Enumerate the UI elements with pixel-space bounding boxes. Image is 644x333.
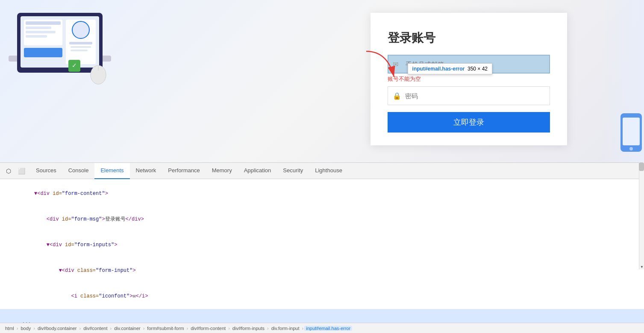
page-area: ✓ 登录账号 input#email.has-error 350 × 42	[0, 0, 644, 162]
breadcrumb-body-container[interactable]: div#body.container	[36, 326, 79, 331]
svg-point-10	[72, 21, 89, 38]
tab-performance[interactable]: Performance	[162, 163, 206, 179]
tab-security[interactable]: Security	[277, 163, 309, 179]
element-tooltip: input#email.has-error 350 × 42	[408, 63, 492, 74]
devtools-tabbar: ⬡ ⬜ Sources Console Elements Network Per…	[0, 163, 644, 179]
tab-network[interactable]: Network	[130, 163, 162, 179]
tab-console[interactable]: Console	[62, 163, 95, 179]
svg-rect-5	[26, 27, 51, 29]
html-line[interactable]: <i class="iconfont">✉</i>	[0, 283, 644, 309]
laptop-svg: ✓	[0, 0, 128, 94]
cursor-icon[interactable]: ⬡	[3, 166, 14, 176]
scrollbar-thumb[interactable]	[639, 162, 644, 171]
breadcrumb-bar: html › body › div#body.container › div#c…	[0, 323, 644, 333]
breadcrumb-form-input[interactable]: div.form-input	[270, 326, 301, 331]
breadcrumb-html[interactable]: html	[3, 326, 16, 331]
tooltip-selector: input#email.has-error	[412, 66, 465, 72]
illustration: ✓	[0, 0, 282, 162]
svg-rect-7	[26, 35, 47, 38]
html-line[interactable]: ▼<div class="form-input">	[0, 258, 644, 283]
breadcrumb-body[interactable]: body	[19, 326, 32, 331]
login-button[interactable]: 立即登录	[388, 112, 550, 133]
tooltip-size: 350 × 42	[468, 66, 488, 72]
breadcrumb-submit-form[interactable]: form#submit-form	[145, 326, 185, 331]
svg-rect-4	[26, 21, 61, 25]
password-input[interactable]	[388, 86, 550, 105]
tab-lighthouse[interactable]: Lighthouse	[309, 163, 348, 179]
html-line[interactable]: ▼<div id="form-content">	[0, 181, 644, 206]
svg-rect-11	[69, 42, 92, 44]
breadcrumb-form-content[interactable]: div#form-content	[189, 326, 227, 331]
svg-rect-6	[26, 31, 56, 33]
svg-text:✓: ✓	[72, 62, 77, 69]
devtools-content: ▼<div id="form-content"> <div id="form-m…	[0, 179, 644, 323]
scrollbar[interactable]: ▲ ▼	[639, 162, 644, 269]
breadcrumb-email-input[interactable]: input#email.has-error	[304, 326, 352, 331]
red-arrow	[353, 47, 405, 90]
tab-sources[interactable]: Sources	[30, 163, 62, 179]
devtools-panel: ⬡ ⬜ Sources Console Elements Network Per…	[0, 162, 644, 333]
password-input-row: 🔒	[388, 86, 550, 105]
login-title: 登录账号	[388, 30, 550, 46]
login-card: 登录账号 input#email.has-error 350 × 42 ✉ 账号…	[371, 13, 567, 145]
scroll-down-arrow[interactable]: ▼	[639, 264, 644, 269]
selected-html-line[interactable]: ... <input placeholder="手机号或邮箱" type="te…	[0, 309, 644, 323]
svg-rect-19	[623, 118, 640, 145]
tab-memory[interactable]: Memory	[206, 163, 238, 179]
svg-rect-13	[71, 50, 88, 51]
devtools-icons: ⬡ ⬜	[3, 166, 26, 176]
svg-rect-12	[71, 46, 91, 48]
html-line[interactable]: ▼<div id="form-inputs">	[0, 232, 644, 258]
error-message: 账号不能为空	[388, 75, 550, 83]
breadcrumb-content[interactable]: div#content	[82, 326, 109, 331]
tab-elements[interactable]: Elements	[94, 163, 129, 179]
breadcrumb-form-inputs[interactable]: div#form-inputs	[231, 326, 266, 331]
html-line[interactable]: <div id="form-msg">登录账号</div>	[0, 206, 644, 232]
lock-icon: 🔒	[393, 92, 401, 100]
svg-rect-8	[24, 48, 62, 57]
tab-application[interactable]: Application	[238, 163, 277, 179]
inspect-icon[interactable]: ⬜	[16, 166, 26, 176]
svg-point-20	[629, 147, 633, 150]
breadcrumb-container[interactable]: div.container	[112, 326, 142, 331]
phone-icon	[618, 111, 644, 154]
